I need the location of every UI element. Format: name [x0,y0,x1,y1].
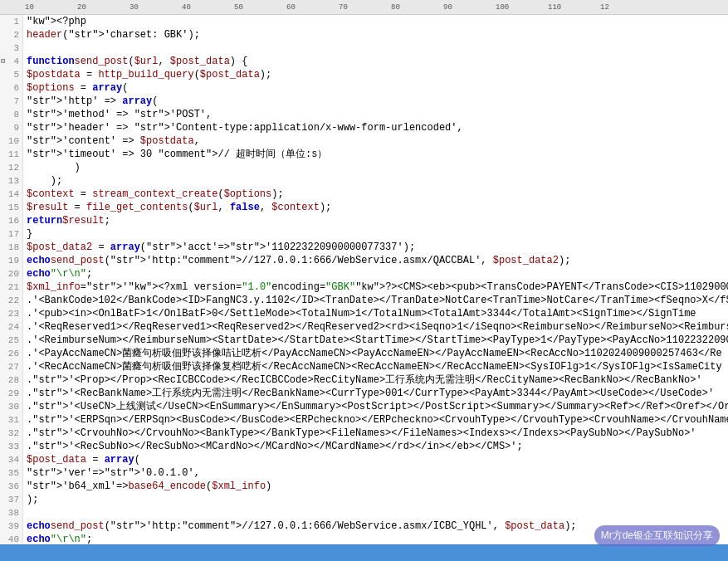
ruler-mark: 20 [77,3,129,12]
line-number: 16 [0,214,22,227]
line-number: 33 [0,440,22,453]
line-number: 10 [0,134,22,148]
line-number: 21 [0,280,22,294]
line-number: 13 [0,174,22,188]
ruler-mark: 10 [25,3,77,12]
code-line: "str">'http' => array( [27,95,728,108]
code-line: "str">'b64_xml'=>base64_encode($xml_info… [27,480,728,493]
ruler-marks: 10 20 30 40 50 60 70 80 90 100 110 12 [25,3,652,12]
line-number: ⊟4 [0,55,22,68]
line-number: 24 [0,320,22,334]
line-number: 29 [0,387,22,400]
line-number: 26 [0,347,22,360]
code-line: $result = file_get_contents($url, false,… [27,201,728,214]
line-number: 11 [0,148,22,161]
code-line: .'<pub><in><OnlBatF>1</OnlBatF>0</Settle… [27,307,728,320]
line-numbers: 123⊟456789101112131415161718192021222324… [0,15,23,544]
line-number: 36 [0,480,22,493]
code-line [27,506,728,520]
line-number: 22 [0,294,22,307]
line-number: 20 [0,267,22,280]
ruler-mark: 40 [182,3,234,12]
bottom-bar [0,544,728,561]
code-line: ."str">'<RecBankName>工行系统内无需注明</RecBankN… [27,387,728,400]
line-number: 14 [0,188,22,201]
line-number: 35 [0,466,22,480]
code-line: $context = stream_context_create($option… [27,188,728,201]
ruler-mark: 100 [496,3,548,12]
watermark: Mr方de银企互联知识分享 [594,525,720,546]
code-line: return $result; [27,214,728,227]
code-line: "str">'header' => "str">'Content-type:ap… [27,121,728,134]
code-line: .'<PayAccNameCN>菌癃句析吸佃野该择像咭让呓析</PayAccNa… [27,347,728,360]
line-number: 12 [0,161,22,174]
line-number: 1 [0,15,22,28]
line-number: 37 [0,493,22,506]
line-number: 34 [0,453,22,466]
ruler-mark: 70 [339,3,391,12]
line-number: 27 [0,360,22,373]
line-number: 18 [0,241,22,254]
line-number: 25 [0,334,22,347]
line-number: 17 [0,227,22,241]
code-line: ."str">'<ERPSqn></ERPSqn><BusCode></BusC… [27,413,728,427]
code-line: echo "\r\n"; [27,267,728,280]
code-line: $post_data2 = array("str">'acct'=>"str">… [27,241,728,254]
code-area[interactable]: 123⊟456789101112131415161718192021222324… [0,15,728,544]
line-number: 6 [0,81,22,95]
code-line: ."str">'<RecSubNo></RecSubNo><MCardNo></… [27,440,728,453]
editor-container: 10 20 30 40 50 60 70 80 90 100 110 12 12… [0,0,728,561]
ruler-mark: 60 [286,3,339,12]
code-line: .'<ReimburseNum></ReimburseNum><StartDat… [27,334,728,347]
code-lines: "kw"><?phpheader("str">'charset: GBK'); … [23,15,728,544]
code-line: "str">'timeout' => 30 "comment">// 超时时间（… [27,148,728,161]
line-number: 8 [0,108,22,121]
code-line: function send_post($url, $post_data) { [27,55,728,68]
code-line: $options = array( [27,81,728,95]
code-line: $postdata = http_build_query($post_data)… [27,68,728,81]
code-line: .'<BankCode>102</BankCode><ID>FangNC3.y.… [27,294,728,307]
code-line: ."str">'<CrvouhNo></CrvouhNo><BankType><… [27,427,728,440]
ruler-mark: 110 [548,3,600,12]
ruler-mark: 90 [443,3,496,12]
line-number: 32 [0,427,22,440]
code-line: "str">'content' => $postdata, [27,134,728,148]
line-number: 9 [0,121,22,134]
code-line: ) [27,161,728,174]
code-line: .'<RecAccNameCN>菌癃句析吸佃野该择像复档呓析</RecAccNa… [27,360,728,373]
line-number: 7 [0,95,22,108]
code-line: ."str">'<UseCN>上线测试</UseCN><EnSummary></… [27,400,728,413]
code-line [27,41,728,55]
ruler-mark: 80 [391,3,443,12]
ruler: 10 20 30 40 50 60 70 80 90 100 110 12 [0,0,728,15]
line-number: 31 [0,413,22,427]
code-line: ); [27,493,728,506]
line-number: 39 [0,520,22,533]
line-number: 3 [0,41,22,55]
code-line: "str">'method' => "str">'POST', [27,108,728,121]
line-number: 15 [0,201,22,214]
code-line: echo send_post("str">'http:"comment">//1… [27,254,728,267]
line-number: 2 [0,28,22,41]
line-number: 30 [0,400,22,413]
ruler-mark: 50 [234,3,286,12]
line-number: 19 [0,254,22,267]
code-line: } [27,227,728,241]
line-number: 5 [0,68,22,81]
code-line: .'<ReqReserved1></ReqReserved1><ReqReser… [27,320,728,334]
line-number: 38 [0,506,22,520]
code-line: $xml_info="str">'"kw"><?xml version="1.0… [27,280,728,294]
code-line: ."str">'<Prop></Prop><RecICBCCode></RecI… [27,373,728,387]
code-line: $post_data = array( [27,453,728,466]
code-line: "kw"><?php [27,15,728,28]
code-line: ); [27,174,728,188]
ruler-mark: 30 [129,3,182,12]
ruler-mark: 12 [600,3,652,12]
code-line: "str">'ver'=>"str">'0.0.1.0', [27,466,728,480]
code-line: header("str">'charset: GBK'); [27,28,728,41]
line-number: 28 [0,373,22,387]
line-number: 40 [0,533,22,544]
line-number: 23 [0,307,22,320]
